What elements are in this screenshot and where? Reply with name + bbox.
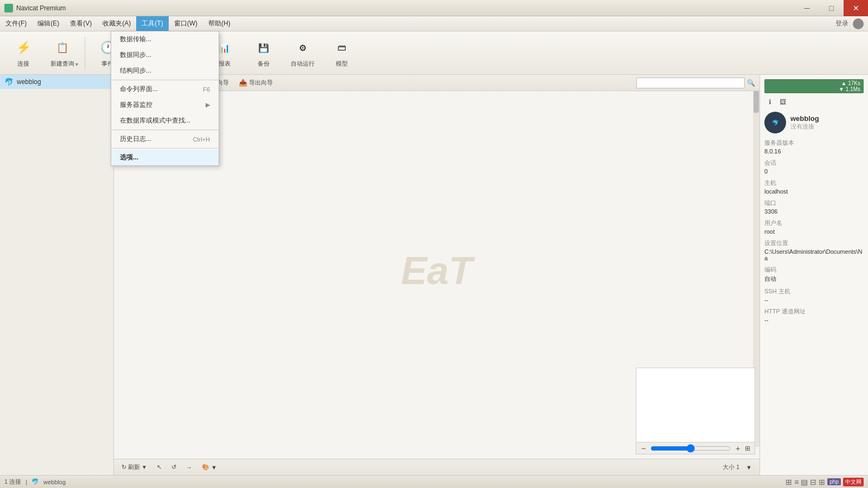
app-title: Navicat Premium <box>16 4 66 12</box>
export-button[interactable]: 📤 导出向导 <box>234 77 277 88</box>
menu-window[interactable]: 窗口(W) <box>169 16 203 31</box>
menu-struct-sync[interactable]: 结构同步... <box>111 63 219 79</box>
fit-button[interactable]: ⊞ <box>743 444 752 453</box>
backup-button[interactable]: 💾 备份 <box>245 34 283 73</box>
navicat-logo-inner: 🐬 <box>772 120 778 126</box>
size-label: 大小 1 <box>723 463 739 471</box>
connect-button[interactable]: ⚡ 连接 <box>4 34 42 73</box>
close-button[interactable]: ✕ <box>844 0 868 16</box>
username-row: 用户名 root <box>764 219 864 235</box>
zoom-slider[interactable] <box>650 444 731 453</box>
menu-options[interactable]: 选项... <box>111 150 219 165</box>
large-icon[interactable]: ⊞ <box>819 478 825 486</box>
search-input[interactable] <box>636 78 745 88</box>
color-icon: 🎨 <box>202 464 209 471</box>
search-area: 🔍 <box>636 78 757 88</box>
auto-run-button[interactable]: ⚙ 自动运行 <box>284 34 322 73</box>
user-avatar[interactable] <box>853 18 864 29</box>
port-value: 3306 <box>764 208 864 215</box>
info-icon[interactable]: ℹ <box>764 97 775 107</box>
find-in-db-label: 在数据库或模式中查找... <box>120 116 190 125</box>
menu-view[interactable]: 查看(V) <box>65 16 97 31</box>
color-arrow: ▼ <box>211 464 217 471</box>
username-label: 用户名 <box>764 219 864 227</box>
maximize-button[interactable]: □ <box>819 0 844 16</box>
size-arrow[interactable]: ▼ <box>743 463 755 472</box>
speed-badge-container: ▲ 17Ks ▼ 1.1Ms <box>764 79 864 97</box>
host-value: localhost <box>764 188 864 195</box>
scroll-thumb[interactable] <box>754 91 759 113</box>
history-log-label: 历史日志... <box>120 134 151 144</box>
report-label: 报表 <box>219 60 231 68</box>
active-db-icon: 🐬 <box>31 478 39 485</box>
webblog-icon: 🐬 <box>4 78 14 86</box>
backup-label: 备份 <box>258 60 270 68</box>
struct-sync-label: 结构同步... <box>120 66 151 75</box>
new-query-icon: 📋 <box>53 38 72 57</box>
menu-separator-3 <box>111 148 219 149</box>
select-mode-button[interactable]: ↖ <box>154 463 165 472</box>
server-version-row: 服务器版本 8.0.16 <box>764 139 864 155</box>
search-button[interactable]: 🔍 <box>745 78 757 88</box>
refresh-button[interactable]: ↻ 刷新 ▼ <box>118 462 150 472</box>
color-button[interactable]: 🎨 ▼ <box>199 463 220 472</box>
menu-data-transfer[interactable]: 数据传输... <box>111 31 219 47</box>
upload-speed: ▲ 17Ks <box>768 80 860 86</box>
menu-data-sync[interactable]: 数据同步... <box>111 47 219 63</box>
hand-tool-button[interactable]: ↺ <box>168 463 180 472</box>
model-button[interactable]: 🗃 模型 <box>323 34 361 73</box>
lang-badge: 中文网 <box>843 478 864 486</box>
diagram-canvas[interactable] <box>636 368 755 442</box>
config-path-label: 设置位置 <box>764 239 864 247</box>
login-button[interactable]: 登录 <box>835 19 848 28</box>
server-version-label: 服务器版本 <box>764 139 864 147</box>
session-value: 0 <box>764 168 864 175</box>
small-icon[interactable]: ⊟ <box>810 478 816 486</box>
statusbar: 1 连接 | 🐬 webblog ⊞ ≡ ▤ ⊟ ⊞ php 中文网 <box>0 475 868 488</box>
titlebar-left: Navicat Premium <box>0 4 66 12</box>
status-left: 1 连接 | 🐬 webblog <box>4 478 66 486</box>
menu-find-in-db[interactable]: 在数据库或模式中查找... <box>111 113 219 129</box>
connect-icon: ⚡ <box>14 38 33 57</box>
new-query-button[interactable]: 📋 新建查询 ▼ <box>43 34 81 73</box>
eat-watermark: EaT <box>401 248 473 293</box>
menubar: 文件(F) 编辑(E) 查看(V) 收藏夹(A) 工具(T) 窗口(W) 帮助(… <box>0 16 868 31</box>
connect-label: 连接 <box>17 60 29 68</box>
menu-history-log[interactable]: 历史日志... Ctrl+H <box>111 131 219 147</box>
menu-file[interactable]: 文件(F) <box>0 16 32 31</box>
menu-favorites[interactable]: 收藏夹(A) <box>97 16 136 31</box>
note-icon: → <box>186 464 192 471</box>
menu-edit[interactable]: 编辑(E) <box>32 16 65 31</box>
menu-cmd-list[interactable]: 命令列界面... F6 <box>111 81 219 97</box>
note-button[interactable]: → <box>183 463 195 472</box>
data-sync-label: 数据同步... <box>120 50 151 60</box>
export-label: 导出向导 <box>249 79 273 87</box>
image-icon[interactable]: 🖼 <box>777 97 788 107</box>
sidebar-item-webblog[interactable]: 🐬 webblog <box>0 75 113 89</box>
config-path-row: 设置位置 C:\Users\Administrator\Documents\Na <box>764 239 864 261</box>
connection-info: 🐬 webblog 没有连接 <box>764 112 864 133</box>
host-label: 主机 <box>764 179 864 187</box>
zoom-out-button[interactable]: − <box>639 444 648 453</box>
speed-badge: ▲ 17Ks ▼ 1.1Ms <box>764 79 864 93</box>
host-row: 主机 localhost <box>764 179 864 195</box>
list-icon[interactable]: ≡ <box>794 478 799 486</box>
ssh-host-value: -- <box>764 297 864 303</box>
grid-icon[interactable]: ⊞ <box>786 478 792 486</box>
detail-icon[interactable]: ▤ <box>801 478 808 486</box>
ssh-host-label: SSH 主机 <box>764 287 864 296</box>
minimize-button[interactable]: ─ <box>795 0 819 16</box>
menu-server-monitor[interactable]: 服务器监控 ▶ <box>111 97 219 113</box>
menu-tools[interactable]: 工具(T) <box>136 16 168 31</box>
zoom-in-button[interactable]: + <box>733 444 743 453</box>
menu-separator-2 <box>111 130 219 130</box>
http-url-value: -- <box>764 317 864 323</box>
port-row: 端口 3306 <box>764 199 864 215</box>
sidebar-item-label: webblog <box>17 78 41 86</box>
select-mode-icon: ↖ <box>157 464 162 471</box>
diagram-controls: − + ⊞ <box>636 442 755 454</box>
data-transfer-label: 数据传输... <box>120 35 151 44</box>
menu-help[interactable]: 帮助(H) <box>203 16 236 31</box>
right-panel: ▲ 17Ks ▼ 1.1Ms ℹ 🖼 🐬 webblog 没有连接 服务器版本 … <box>760 75 868 475</box>
refresh-label: 刷新 <box>128 463 140 471</box>
